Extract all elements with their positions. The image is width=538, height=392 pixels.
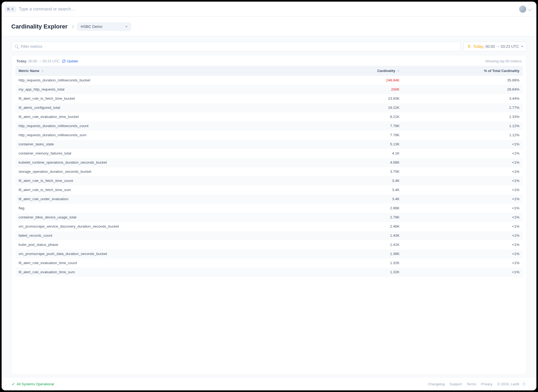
brand-logo-icon: 9 [521,381,527,387]
cardinality-cell: 3.4K [321,176,403,185]
time-range-today-label: Today [473,44,483,49]
card-header: Today, 00:00 → 03:23 UTC Update Showing … [12,55,526,66]
table-row[interactable]: container_tasks_state5.13K<1% [15,140,523,149]
metric-name-cell: l9_alert_rule_under_evaluation [15,195,321,204]
caret-down-icon [521,46,523,47]
calendar-icon: 🗓 [467,44,471,49]
table-row[interactable]: http_requests_duration_milliseconds_coun… [15,121,523,131]
metric-name-cell: container_blkio_device_usage_total [15,213,321,222]
table-row[interactable]: l9_alert_rule_evaluation_time_bucket9.21… [15,112,523,121]
table-row[interactable]: flag2.86K<1% [15,204,523,213]
cmd-key-label: K [11,7,14,11]
metrics-table-wrapper[interactable]: Metric Name ⇅ Cardinality ⇅ % of Total C… [12,66,526,374]
org-select[interactable]: HSBC Demo [77,23,131,31]
metric-name-cell: l9_alert_rule_ts_fetch_time_count [15,176,321,185]
card-range-suffix: , 00:00 → 03:23 UTC [26,59,59,63]
footer-link-terms[interactable]: Terms [467,382,476,386]
pct-cell: <1% [403,195,523,204]
cardinality-cell: 4.1K [321,149,403,158]
table-row[interactable]: l9_alert_rule_ts_fetch_time_sum3.4K<1% [15,185,523,195]
metric-filter-box[interactable] [11,42,461,51]
pct-cell: <1% [403,167,523,176]
table-row[interactable]: l9_alert_rule_under_evaluation3.4K<1% [15,195,523,204]
table-row[interactable]: http_requests_duration_milliseconds_buck… [15,76,523,85]
pct-cell: <1% [403,158,523,167]
table-row[interactable]: l9_alert_rule_ts_fetch_time_count3.4K<1% [15,176,523,185]
copyright-text: © 2024, Last9 [497,382,519,386]
update-button[interactable]: Update [62,59,78,63]
pct-cell: <1% [403,240,523,249]
col-cardinality[interactable]: Cardinality ⇅ [321,66,403,76]
metric-name-cell: failed_records_count [15,231,321,240]
cardinality-cell: 1.32K [321,268,403,277]
page-header: Cardinality Explorer HSBC Demo [2,17,536,36]
sort-icon: ⇅ [41,70,44,72]
metric-name-cell: http_requests_duration_milliseconds_sum [15,131,321,140]
metric-name-cell: http_requests_duration_milliseconds_buck… [15,76,321,85]
update-label: Update [67,59,78,63]
chevron-right-icon [71,25,74,28]
table-row[interactable]: http_requests_duration_milliseconds_sum7… [15,131,523,140]
cmd-symbol-icon: ⌘ [7,7,10,11]
col-pct-label: % of Total Cardinality [484,69,519,73]
table-row[interactable]: l9_alert_rule_evaluation_time_sum1.32K<1… [15,268,523,277]
col-metric-name[interactable]: Metric Name ⇅ [15,66,321,76]
top-command-bar: ⌘ K [2,2,536,17]
table-row[interactable]: container_blkio_device_usage_total2.79K<… [15,213,523,222]
table-row[interactable]: l9_alert_rule_evaluation_time_count1.32K… [15,258,523,268]
org-select-value: HSBC Demo [81,24,102,29]
pct-cell: <1% [403,231,523,240]
page-body: 🗓 Today, 00:00 → 03:23 UTC Today, 00:00 … [2,36,536,377]
cardinality-cell: 200K [321,85,403,94]
pct-cell: 1.12% [403,131,523,140]
cardinality-cell: 1.41K [321,240,403,249]
cardinality-cell: 2.86K [321,204,403,213]
table-row[interactable]: kubelet_runtime_operations_duration_seco… [15,158,523,167]
status-indicator[interactable]: All Systems Operational [11,382,54,386]
avatar [519,6,526,13]
table-row[interactable]: storage_operation_duration_seconds_bucke… [15,167,523,176]
col-metric-name-label: Metric Name [19,69,39,73]
pct-cell: <1% [403,268,523,277]
cardinality-cell: 2.79K [321,213,403,222]
footer-link-support[interactable]: Support [449,382,462,386]
cardinality-cell: 7.78K [321,131,403,140]
table-row[interactable]: kube_pod_status_phase1.41K<1% [15,240,523,249]
table-row[interactable]: vm_promscrape_service_discovery_duration… [15,222,523,231]
cardinality-cell: 1.36K [321,249,403,258]
footer-link-changelog[interactable]: Changelog [428,382,445,386]
cardinality-cell: 7.78K [321,121,403,131]
table-row[interactable]: my_app_http_requests_total200K28.84% [15,85,523,94]
metric-filter-input[interactable] [21,44,457,49]
table-row[interactable]: l9_alert_rule_ts_fetch_time_bucket23.83K… [15,94,523,103]
cardinality-cell: 1.43K [321,231,403,240]
user-menu[interactable] [519,6,531,13]
cardinality-cell: 4.06K [321,158,403,167]
pct-cell: <1% [403,204,523,213]
refresh-icon [62,59,66,63]
table-row[interactable]: vm_promscrape_push_data_duration_seconds… [15,249,523,258]
time-range-picker[interactable]: 🗓 Today, 00:00 → 03:23 UTC [464,42,527,51]
footer: All Systems Operational ChangelogSupport… [2,377,536,390]
metric-name-cell: storage_operation_duration_seconds_bucke… [15,167,321,176]
pct-cell: <1% [403,149,523,158]
table-row[interactable]: l9_alerts_configured_total19.22K2.77% [15,103,523,112]
table-row[interactable]: container_memory_failures_total4.1K<1% [15,149,523,158]
app-window: ⌘ K Cardinality Explorer HSBC Demo 🗓 [2,2,536,390]
pct-cell: 2.77% [403,103,523,112]
cardinality-cell: 3.4K [321,195,403,204]
table-row[interactable]: failed_records_count1.43K<1% [15,231,523,240]
metric-name-cell: l9_alert_rule_evaluation_time_bucket [15,112,321,121]
footer-links: ChangelogSupportTermsPrivacy © 2024, Las… [428,381,527,387]
pct-cell: <1% [403,249,523,258]
col-pct[interactable]: % of Total Cardinality [403,66,523,76]
footer-link-privacy[interactable]: Privacy [481,382,493,386]
caret-down-icon [125,26,128,27]
pct-cell: 28.84% [403,85,523,94]
check-icon [11,382,15,386]
metric-name-cell: my_app_http_requests_total [15,85,321,94]
command-search-input[interactable] [19,7,516,12]
pct-cell: <1% [403,176,523,185]
metric-name-cell: container_tasks_state [15,140,321,149]
metrics-table: Metric Name ⇅ Cardinality ⇅ % of Total C… [15,66,523,277]
